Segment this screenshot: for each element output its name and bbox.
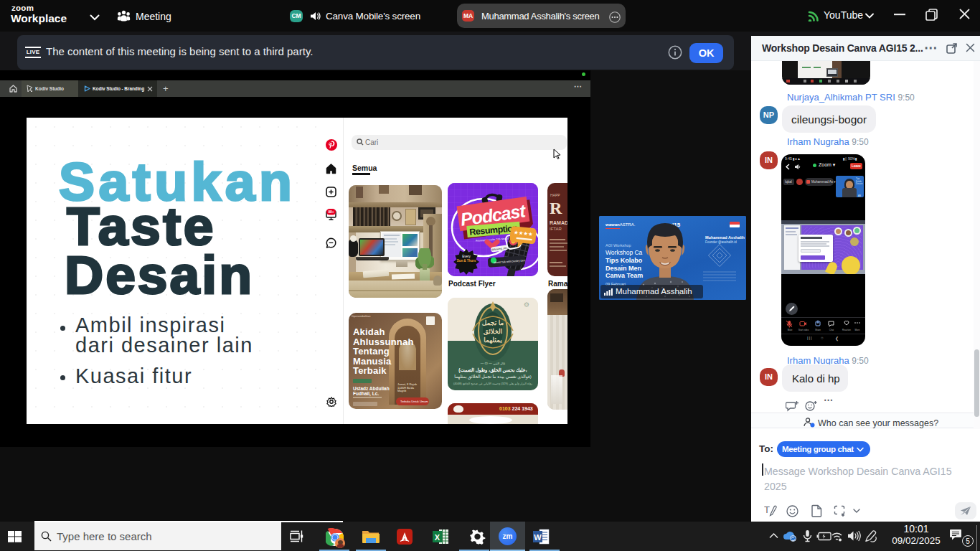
svg-text:فوالذي نفسي بيده ما تجمل الخلا: فوالذي نفسي بيده ما تجمل الخلائق بمثلهما… [454, 375, 531, 380]
svg-text:More: More [855, 329, 860, 331]
svg-text:99+: 99+ [328, 210, 334, 214]
svg-text:Every: Every [462, 255, 471, 258]
svg-text:— ۞ — قال النبي: — ۞ — قال النبي [481, 362, 505, 365]
svg-text:الخلائق: الخلائق [484, 328, 502, 336]
svg-text:Share: Share [815, 329, 821, 331]
svg-text:Chat: Chat [829, 329, 834, 331]
svg-text:Reaction: Reaction [842, 329, 851, 331]
svg-text:Sun & Thurs: Sun & Thurs [457, 259, 476, 263]
svg-text:ما تجمل: ما تجمل [482, 319, 504, 326]
svg-text:Mute: Mute [788, 329, 793, 331]
svg-text:T: T [764, 504, 770, 515]
svg-text:(عليك بحسن الخلق، وطول الصمت،: (عليك بحسن الخلق، وطول الصمت، [458, 367, 527, 373]
svg-text:X: X [435, 533, 440, 542]
svg-text:۞: ۞ [524, 302, 529, 307]
svg-text:Start video: Start video [798, 329, 809, 331]
svg-text:W: W [534, 533, 542, 542]
svg-text:رواه البزار وأبو يعلى (329) وح: رواه البزار وأبو يعلى (329) وحسنه الألبا… [453, 382, 532, 385]
svg-text:بمثلهما: بمثلهما [484, 336, 502, 344]
